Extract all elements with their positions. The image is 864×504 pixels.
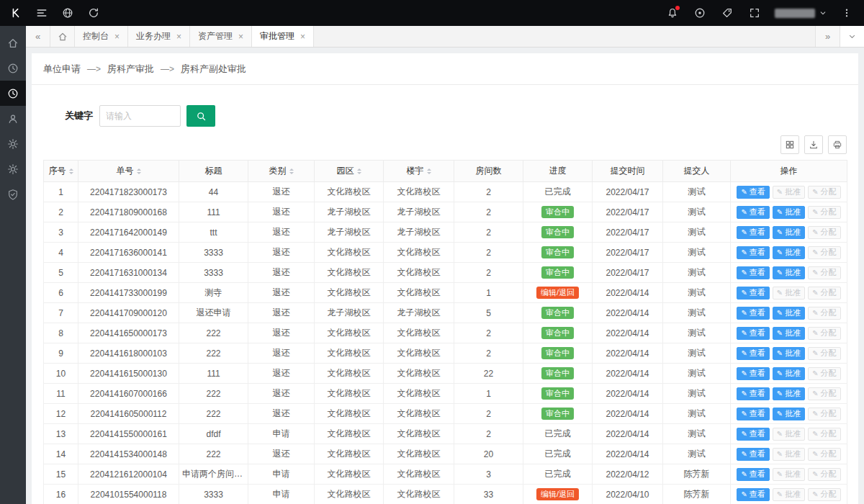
view-button[interactable]: ✎查看 xyxy=(737,266,769,279)
document-tab-0[interactable]: 控制台× xyxy=(75,26,128,47)
sort-icon[interactable] xyxy=(357,166,361,176)
view-button[interactable]: ✎查看 xyxy=(737,408,769,420)
tab-close-icon[interactable]: × xyxy=(114,32,120,41)
sidebar-item-history[interactable] xyxy=(0,55,26,81)
status-badge: 审合中 xyxy=(541,408,574,420)
columns-grid-icon xyxy=(785,140,795,150)
column-settings-button[interactable] xyxy=(780,135,799,154)
sort-icon[interactable] xyxy=(427,166,431,176)
more-vertical-icon[interactable] xyxy=(840,6,854,20)
approve-button[interactable]: ✎批准 xyxy=(773,367,805,380)
cell-category: 退还 xyxy=(248,222,315,243)
assign-label: 分配 xyxy=(821,349,837,357)
cell-progress: 审合中 xyxy=(523,303,593,323)
column-header-campus[interactable]: 园区 xyxy=(315,161,384,182)
sort-icon[interactable] xyxy=(289,166,294,176)
approve-icon: ✎ xyxy=(777,229,783,236)
sidebar-item-system[interactable] xyxy=(0,156,26,181)
brand-logo-icon[interactable] xyxy=(9,6,23,20)
view-button[interactable]: ✎查看 xyxy=(737,488,769,501)
home-tab[interactable] xyxy=(50,26,75,47)
cell-campus: 文化路校区 xyxy=(315,364,384,384)
tab-close-icon[interactable]: × xyxy=(300,32,305,41)
cell-rooms: 2 xyxy=(454,243,523,263)
view-button[interactable]: ✎查看 xyxy=(737,428,769,441)
view-button[interactable]: ✎查看 xyxy=(737,367,769,380)
view-button[interactable]: ✎查看 xyxy=(737,287,769,300)
tab-close-icon[interactable]: × xyxy=(238,32,243,41)
theme-icon[interactable] xyxy=(693,6,707,20)
view-button[interactable]: ✎查看 xyxy=(737,387,769,400)
view-button[interactable]: ✎查看 xyxy=(737,226,769,239)
cell-building: 文化路校区 xyxy=(384,424,454,444)
document-tab-2[interactable]: 资产管理× xyxy=(190,26,252,47)
sidebar-item-approval[interactable] xyxy=(0,81,26,106)
column-header-order_no[interactable]: 单号 xyxy=(78,161,179,182)
view-button[interactable]: ✎查看 xyxy=(737,327,769,340)
view-button[interactable]: ✎查看 xyxy=(737,246,769,259)
assign-button: ✎分配 xyxy=(808,408,840,420)
approve-button[interactable]: ✎批准 xyxy=(773,307,805,320)
user-menu[interactable] xyxy=(775,9,827,18)
sidebar-item-settings[interactable] xyxy=(0,131,26,156)
view-button[interactable]: ✎查看 xyxy=(737,186,769,199)
document-tab-1[interactable]: 业务办理× xyxy=(128,26,190,47)
cell-index: 3 xyxy=(44,222,78,243)
cell-index: 5 xyxy=(44,263,78,283)
cell-campus: 文化路校区 xyxy=(315,283,384,303)
sidebar-item-contacts[interactable] xyxy=(0,106,26,131)
view-button[interactable]: ✎查看 xyxy=(737,206,769,219)
sidebar-item-security[interactable] xyxy=(0,181,26,207)
approve-button[interactable]: ✎批准 xyxy=(773,246,805,259)
column-header-index[interactable]: 序号 xyxy=(44,161,78,182)
cell-campus: 文化路校区 xyxy=(315,384,384,404)
assign-label: 分配 xyxy=(821,309,837,317)
view-button[interactable]: ✎查看 xyxy=(737,307,769,320)
tag-icon[interactable] xyxy=(720,6,734,20)
view-button[interactable]: ✎查看 xyxy=(737,448,769,461)
approve-label: 批准 xyxy=(785,410,801,418)
view-icon: ✎ xyxy=(741,350,747,357)
sort-icon[interactable] xyxy=(137,166,141,176)
approve-button[interactable]: ✎批准 xyxy=(773,347,805,360)
column-header-building[interactable]: 楼宇 xyxy=(384,161,454,182)
approve-button[interactable]: ✎批准 xyxy=(773,266,805,279)
bell-icon[interactable] xyxy=(665,6,680,20)
table-row: 1220417182300017344退还文化路校区文化路校区2已完成2022/… xyxy=(44,182,847,202)
approve-button[interactable]: ✎批准 xyxy=(773,387,805,400)
approve-button[interactable]: ✎批准 xyxy=(773,226,805,239)
print-button[interactable] xyxy=(828,135,847,154)
cell-campus: 龙子湖校区 xyxy=(315,222,384,243)
column-header-category[interactable]: 类别 xyxy=(248,161,315,182)
breadcrumb-item[interactable]: 房科产审批 xyxy=(107,63,154,76)
globe-icon[interactable] xyxy=(60,6,75,20)
sidebar-item-home[interactable] xyxy=(0,30,26,55)
menu-collapse-icon[interactable] xyxy=(35,6,49,20)
approve-button[interactable]: ✎批准 xyxy=(773,206,805,219)
document-tab-3[interactable]: 审批管理× xyxy=(252,26,314,47)
view-button[interactable]: ✎查看 xyxy=(737,468,769,481)
assign-button: ✎分配 xyxy=(808,186,840,199)
status-badge: 审合中 xyxy=(541,307,574,319)
export-button[interactable] xyxy=(804,135,823,154)
approve-button[interactable]: ✎批准 xyxy=(773,327,805,340)
search-button[interactable] xyxy=(186,105,215,127)
breadcrumb-item[interactable]: 房科产副处审批 xyxy=(181,63,246,76)
scroll-tabs-left-button[interactable]: « xyxy=(26,26,50,47)
refresh-icon[interactable] xyxy=(86,6,101,20)
view-button[interactable]: ✎查看 xyxy=(737,347,769,360)
cell-submit_time: 2022/04/14 xyxy=(593,404,663,424)
keyword-input[interactable] xyxy=(99,105,181,127)
scroll-tabs-right-button[interactable]: » xyxy=(815,26,840,47)
approve-button[interactable]: ✎批准 xyxy=(773,408,805,420)
approve-button: ✎批准 xyxy=(773,448,805,461)
cell-campus: 文化路校区 xyxy=(315,424,384,444)
tab-actions-dropdown[interactable] xyxy=(840,26,864,47)
cell-actions: ✎查看✎批准✎分配 xyxy=(731,243,847,263)
sort-icon[interactable] xyxy=(69,166,73,176)
fullscreen-icon[interactable] xyxy=(747,6,762,20)
assign-label: 分配 xyxy=(821,208,837,216)
breadcrumb-item[interactable]: 单位申请 xyxy=(43,63,81,76)
tab-close-icon[interactable]: × xyxy=(176,32,181,41)
assign-button: ✎分配 xyxy=(808,266,840,279)
